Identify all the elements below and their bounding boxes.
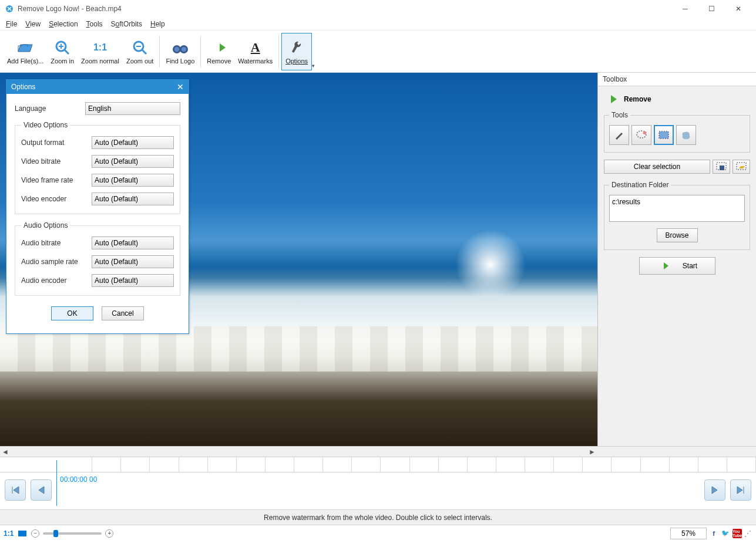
horizontal-scrollbar[interactable]: ◄ ►	[0, 446, 756, 457]
zoom-thumb[interactable]	[53, 530, 58, 537]
app-icon	[5, 4, 14, 13]
options-button[interactable]: Options	[281, 33, 312, 70]
audio-samplerate-select[interactable]: Auto (Default)	[92, 255, 174, 268]
menu-view[interactable]: View	[25, 20, 41, 28]
zoom-normal-button[interactable]: 1:1 Zoom normal	[78, 33, 123, 70]
step-back-button[interactable]	[31, 480, 52, 501]
svg-rect-16	[720, 166, 724, 170]
minimize-button[interactable]: ─	[672, 0, 698, 18]
go-end-button[interactable]	[730, 480, 751, 501]
find-logo-button[interactable]: Find Logo	[162, 33, 198, 70]
zoom-slider[interactable]	[43, 532, 102, 535]
twitter-icon[interactable]: 🐦	[721, 529, 730, 538]
toolbox-panel: Toolbox Remove Tools Clear selection	[597, 73, 756, 446]
options-dialog: Options ✕ Language English Video Options…	[6, 79, 189, 334]
preview-content	[455, 229, 526, 300]
audio-encoder-label: Audio encoder	[21, 276, 92, 285]
video-encoder-select[interactable]: Auto (Default)	[92, 193, 174, 205]
remove-button[interactable]: Remove	[203, 33, 234, 70]
step-forward-icon	[710, 485, 720, 495]
scroll-right-icon[interactable]: ►	[587, 448, 597, 456]
add-files-button[interactable]: Add File(s)...	[4, 33, 47, 70]
menu-file[interactable]: File	[6, 20, 17, 28]
output-format-select[interactable]: Auto (Default)	[92, 136, 174, 149]
menubar: File View Selection Tools SoftOrbits Hel…	[0, 18, 756, 31]
hint-bar: Remove watermark from the whole video. D…	[0, 509, 756, 525]
dialog-close-icon[interactable]: ✕	[177, 82, 184, 92]
zoom-plus-icon[interactable]: +	[105, 529, 113, 538]
watermarks-button[interactable]: A Watermarks	[234, 33, 276, 70]
blob-icon	[680, 130, 692, 140]
svg-line-6	[142, 50, 146, 54]
svg-point-11	[182, 47, 186, 52]
arrow-right-icon	[657, 261, 671, 271]
destination-input[interactable]: c:\results	[609, 195, 745, 222]
save-select-icon	[715, 161, 727, 172]
playhead[interactable]	[56, 460, 57, 506]
toolbox-title: Toolbox	[598, 73, 756, 86]
toolbar: Add File(s)... Zoom in 1:1 Zoom normal Z…	[0, 31, 756, 73]
scroll-track[interactable]	[11, 447, 587, 457]
maximize-button[interactable]: ☐	[698, 0, 725, 18]
go-start-button[interactable]	[5, 480, 26, 501]
zoom-out-icon	[132, 40, 147, 55]
menu-softorbits[interactable]: SoftOrbits	[111, 20, 142, 28]
separator	[200, 36, 201, 67]
browse-button[interactable]: Browse	[657, 228, 698, 242]
zoom-in-icon	[55, 40, 70, 55]
zoom-in-button[interactable]: Zoom in	[47, 33, 78, 70]
resize-grip-icon[interactable]: ⋰	[744, 529, 752, 538]
audio-bitrate-select[interactable]: Auto (Default)	[92, 237, 174, 249]
tool-rectangle[interactable]	[654, 125, 674, 145]
save-selection-button[interactable]	[713, 160, 730, 174]
youtube-icon[interactable]: YouTube	[733, 529, 742, 538]
fit-screen-icon[interactable]	[17, 529, 28, 538]
timeline-track[interactable]: 00:00:00 00	[56, 475, 700, 505]
facebook-icon[interactable]: f	[709, 529, 718, 538]
skip-end-icon	[735, 485, 746, 495]
tool-freehand[interactable]	[631, 125, 651, 145]
language-select[interactable]: English	[85, 102, 180, 115]
zoom-out-button[interactable]: Zoom out	[123, 33, 157, 70]
video-options-group: Video Options Output formatAuto (Default…	[15, 121, 180, 214]
ok-button[interactable]: OK	[51, 306, 93, 320]
tool-shape[interactable]	[676, 125, 696, 145]
tools-group: Tools	[604, 111, 750, 153]
dialog-titlebar[interactable]: Options ✕	[6, 80, 189, 94]
tool-marker[interactable]	[609, 125, 629, 145]
separator	[278, 36, 279, 67]
binoculars-icon	[172, 41, 189, 54]
step-forward-button[interactable]	[704, 480, 725, 501]
audio-encoder-select[interactable]: Auto (Default)	[92, 274, 174, 287]
step-back-icon	[36, 485, 46, 495]
window-title: Remove Logo Now! - Beach.mp4	[18, 5, 122, 13]
svg-rect-14	[659, 131, 668, 139]
audio-options-group: Audio Options Audio bitrateAuto (Default…	[15, 221, 180, 296]
video-framerate-select[interactable]: Auto (Default)	[92, 174, 174, 187]
folder-open-icon	[17, 41, 33, 54]
close-button[interactable]: ✕	[725, 0, 751, 18]
menu-tools[interactable]: Tools	[86, 20, 103, 28]
zoom-minus-icon[interactable]: −	[31, 529, 39, 538]
text-icon: A	[251, 38, 260, 58]
menu-selection[interactable]: Selection	[49, 20, 78, 28]
load-selection-button[interactable]	[733, 160, 750, 174]
wrench-icon	[290, 40, 303, 55]
zoom-percent: 57%	[670, 528, 707, 539]
menu-help[interactable]: Help	[150, 20, 165, 28]
language-label: Language	[15, 104, 85, 113]
separator	[159, 36, 160, 67]
video-bitrate-select[interactable]: Auto (Default)	[92, 155, 174, 168]
load-select-icon	[735, 161, 747, 172]
lasso-icon	[636, 130, 647, 140]
start-button[interactable]: Start	[639, 257, 715, 275]
cancel-button[interactable]: Cancel	[102, 306, 144, 320]
clear-selection-button[interactable]: Clear selection	[604, 160, 710, 174]
arrow-right-icon	[211, 41, 227, 54]
video-framerate-label: Video frame rate	[21, 176, 92, 184]
zoom-1to1-button[interactable]: 1:1	[4, 529, 14, 538]
scroll-left-icon[interactable]: ◄	[0, 448, 11, 456]
output-format-label: Output format	[21, 139, 92, 147]
toolbar-overflow[interactable]: ▾	[312, 63, 319, 69]
timeline-ruler[interactable]	[0, 457, 756, 472]
